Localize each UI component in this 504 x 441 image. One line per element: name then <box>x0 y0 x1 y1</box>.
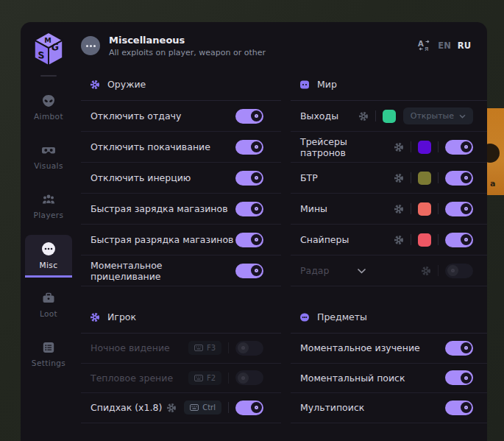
setting-label: Тепловое зрение <box>90 373 173 384</box>
toggle[interactable] <box>445 202 473 216</box>
toggle[interactable] <box>445 341 473 356</box>
section-title: Игрок <box>107 311 136 322</box>
section-title: Оружие <box>107 79 146 90</box>
toggle[interactable] <box>445 264 473 278</box>
hotkey-badge[interactable]: F3 <box>188 341 221 355</box>
gear-icon[interactable] <box>394 173 404 183</box>
color-swatch[interactable] <box>418 141 431 154</box>
left-column: Оружие Отключить отдачу Отключить покачи… <box>81 68 281 438</box>
setting-label: Отключить покачивание <box>90 141 210 152</box>
exits-dropdown[interactable]: Открытые <box>403 107 473 124</box>
color-swatch[interactable] <box>418 202 431 216</box>
section-items: Предметы Моментальное изучение Моменталь… <box>291 301 487 423</box>
sidebar-item-label: Misc <box>40 261 58 269</box>
vr-goggles-icon <box>41 143 56 158</box>
setting-row: Радар <box>291 255 487 286</box>
color-swatch[interactable] <box>418 172 431 185</box>
dropdown-value: Открытые <box>411 111 454 121</box>
setting-row: Спидхак (x1.8) Ctrl <box>81 393 281 423</box>
misc-ellipsis-icon <box>81 36 100 55</box>
toggle[interactable] <box>235 140 263 155</box>
setting-label: Радар <box>300 265 329 276</box>
briefcase-icon <box>41 291 56 306</box>
svg-text:M: M <box>44 36 52 44</box>
page-title: Miscellaneous <box>109 35 266 46</box>
toggle[interactable] <box>235 233 263 247</box>
gear-icon <box>90 80 100 90</box>
gear-icon[interactable] <box>394 204 404 214</box>
setting-label: Мины <box>300 203 327 214</box>
svg-text:S: S <box>38 49 45 61</box>
list-icon <box>41 340 56 355</box>
setting-label: Снайперы <box>300 234 349 245</box>
sidebar-item-aimbot[interactable]: Aimbot <box>25 87 72 127</box>
setting-label: Мультипоиск <box>300 402 364 413</box>
sidebar-item-label: Players <box>34 211 64 219</box>
gear-icon[interactable] <box>394 142 404 152</box>
sidebar: M S G Aimbot Visuals <box>21 22 77 441</box>
gear-icon[interactable] <box>166 403 177 413</box>
toggle[interactable] <box>235 370 263 385</box>
gear-icon[interactable] <box>421 266 431 276</box>
svg-text:я: я <box>425 45 428 52</box>
players-icon <box>41 192 56 207</box>
sidebar-item-misc[interactable]: Misc <box>25 235 72 278</box>
svg-text:A: A <box>418 40 424 48</box>
toggle[interactable] <box>235 341 263 356</box>
language-en-button[interactable]: EN <box>438 40 450 51</box>
expand-chevron-icon[interactable] <box>357 268 366 274</box>
toggle[interactable] <box>235 202 263 216</box>
hotkey-label: F2 <box>207 374 216 382</box>
toggle[interactable] <box>235 109 263 124</box>
sidebar-item-players[interactable]: Players <box>25 186 72 225</box>
setting-label: Трейсеры патронов <box>300 136 394 158</box>
hotkey-label: Ctrl <box>202 403 216 412</box>
gear-icon[interactable] <box>394 235 404 245</box>
setting-label: Моментальное прицеливание <box>90 260 235 282</box>
sidebar-item-settings[interactable]: Settings <box>25 334 72 373</box>
setting-row: Отключить отдачу <box>81 101 281 132</box>
header: Miscellaneous All exploits on player, we… <box>77 22 487 66</box>
sidebar-item-label: Settings <box>32 359 65 367</box>
hotkey-label: F3 <box>207 344 216 352</box>
setting-label: Спидхак (x1.8) <box>90 402 162 413</box>
toggle[interactable] <box>235 401 263 415</box>
setting-row: Мультипоиск <box>291 393 487 423</box>
setting-label: БТР <box>300 172 318 183</box>
sidebar-item-label: Visuals <box>34 161 63 170</box>
setting-row: Выходы Открытые <box>291 101 487 132</box>
setting-row: Тепловое зрение F2 <box>81 364 281 394</box>
toggle[interactable] <box>445 233 473 247</box>
hotkey-badge[interactable]: F2 <box>188 371 221 385</box>
toggle[interactable] <box>445 140 473 155</box>
sidebar-item-loot[interactable]: Loot <box>25 284 72 324</box>
keyboard-icon <box>190 404 199 411</box>
sidebar-item-visuals[interactable]: Visuals <box>25 136 72 176</box>
ellipsis-circle-icon <box>40 241 57 257</box>
world-icon <box>299 80 310 90</box>
toggle[interactable] <box>235 264 263 278</box>
sidebar-item-label: Loot <box>40 309 57 318</box>
toggle[interactable] <box>445 171 473 186</box>
setting-row: Моментальный поиск <box>291 364 487 394</box>
setting-row: Трейсеры патронов <box>291 132 487 163</box>
section-player: Игрок Ночное видение F3 <box>81 301 281 423</box>
toggle[interactable] <box>235 171 263 186</box>
hotkey-badge[interactable]: Ctrl <box>184 401 221 414</box>
setting-label: Моментальное изучение <box>300 342 420 353</box>
keyboard-icon <box>194 345 203 351</box>
items-icon <box>299 312 310 322</box>
toggle[interactable] <box>445 370 473 385</box>
gear-icon[interactable] <box>358 111 369 121</box>
color-swatch[interactable] <box>383 110 396 123</box>
chevron-down-icon <box>459 114 466 119</box>
setting-row: БТР <box>291 163 487 194</box>
color-swatch[interactable] <box>418 233 431 247</box>
setting-label: Ночное видение <box>90 342 170 353</box>
language-ru-button[interactable]: RU <box>458 40 471 51</box>
gear-icon <box>90 312 100 322</box>
app-logo-icon: M S G <box>32 31 65 68</box>
toggle[interactable] <box>445 401 473 415</box>
setting-label: Выходы <box>300 110 338 121</box>
section-title: Мир <box>317 79 337 90</box>
